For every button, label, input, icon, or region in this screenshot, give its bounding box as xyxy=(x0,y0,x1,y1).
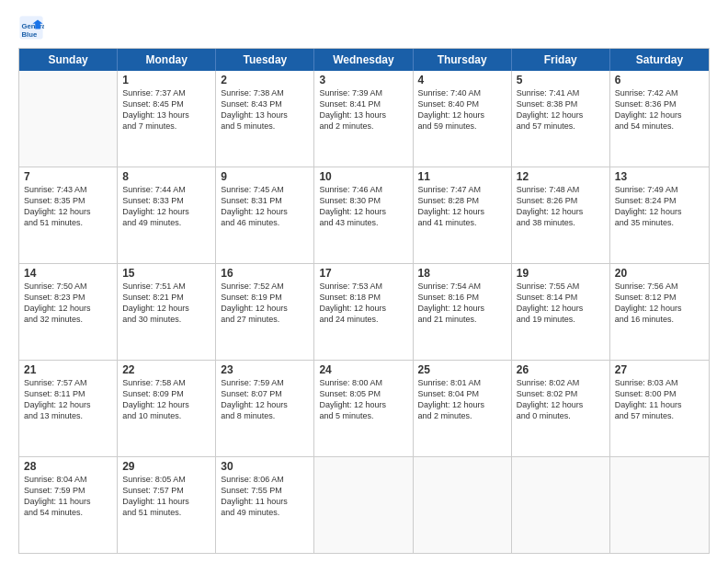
logo-icon: General Blue xyxy=(18,15,44,40)
day-number: 23 xyxy=(221,363,309,376)
cal-cell-3-1: 22Sunrise: 7:58 AM Sunset: 8:09 PM Dayli… xyxy=(118,361,216,456)
day-number: 21 xyxy=(24,363,112,376)
day-info: Sunrise: 7:38 AM Sunset: 8:43 PM Dayligh… xyxy=(221,87,309,132)
day-info: Sunrise: 8:00 AM Sunset: 8:05 PM Dayligh… xyxy=(319,377,407,422)
day-number: 26 xyxy=(517,363,605,376)
day-number: 15 xyxy=(122,267,210,280)
cal-cell-1-3: 10Sunrise: 7:46 AM Sunset: 8:30 PM Dayli… xyxy=(314,167,413,263)
cal-cell-0-6: 6Sunrise: 7:42 AM Sunset: 8:36 PM Daylig… xyxy=(610,71,709,167)
calendar-header: Sunday Monday Tuesday Wednesday Thursday… xyxy=(19,49,709,71)
cal-cell-0-1: 1Sunrise: 7:37 AM Sunset: 8:45 PM Daylig… xyxy=(118,71,216,167)
week-row-5: 28Sunrise: 8:04 AM Sunset: 7:59 PM Dayli… xyxy=(19,456,709,553)
cal-cell-3-4: 25Sunrise: 8:01 AM Sunset: 8:04 PM Dayli… xyxy=(414,361,512,456)
day-info: Sunrise: 7:49 AM Sunset: 8:24 PM Dayligh… xyxy=(615,184,704,229)
day-info: Sunrise: 7:50 AM Sunset: 8:23 PM Dayligh… xyxy=(24,281,112,326)
cal-cell-4-1: 29Sunrise: 8:05 AM Sunset: 7:57 PM Dayli… xyxy=(118,457,216,553)
day-number: 17 xyxy=(319,267,407,280)
day-info: Sunrise: 8:02 AM Sunset: 8:02 PM Dayligh… xyxy=(517,377,605,422)
cal-cell-3-5: 26Sunrise: 8:02 AM Sunset: 8:02 PM Dayli… xyxy=(512,361,610,456)
svg-text:Blue: Blue xyxy=(22,30,38,39)
header-tuesday: Tuesday xyxy=(216,49,314,71)
day-number: 5 xyxy=(517,74,605,86)
day-info: Sunrise: 7:55 AM Sunset: 8:14 PM Dayligh… xyxy=(517,281,605,326)
day-number: 20 xyxy=(615,267,704,280)
week-row-2: 7Sunrise: 7:43 AM Sunset: 8:35 PM Daylig… xyxy=(19,167,709,263)
day-info: Sunrise: 7:48 AM Sunset: 8:26 PM Dayligh… xyxy=(517,184,605,229)
day-number: 14 xyxy=(24,267,112,280)
day-info: Sunrise: 7:59 AM Sunset: 8:07 PM Dayligh… xyxy=(221,377,309,422)
day-info: Sunrise: 7:39 AM Sunset: 8:41 PM Dayligh… xyxy=(319,87,407,132)
day-info: Sunrise: 7:58 AM Sunset: 8:09 PM Dayligh… xyxy=(122,377,210,422)
cal-cell-4-6 xyxy=(610,457,709,553)
cal-cell-1-5: 12Sunrise: 7:48 AM Sunset: 8:26 PM Dayli… xyxy=(512,167,610,263)
cal-cell-4-2: 30Sunrise: 8:06 AM Sunset: 7:55 PM Dayli… xyxy=(216,457,314,553)
day-info: Sunrise: 7:56 AM Sunset: 8:12 PM Dayligh… xyxy=(615,281,704,326)
day-number: 29 xyxy=(122,460,210,473)
cal-cell-0-5: 5Sunrise: 7:41 AM Sunset: 8:38 PM Daylig… xyxy=(512,71,610,167)
cal-cell-4-0: 28Sunrise: 8:04 AM Sunset: 7:59 PM Dayli… xyxy=(19,457,118,553)
day-info: Sunrise: 7:40 AM Sunset: 8:40 PM Dayligh… xyxy=(418,87,506,132)
day-info: Sunrise: 7:45 AM Sunset: 8:31 PM Dayligh… xyxy=(221,184,309,229)
day-number: 16 xyxy=(221,267,309,280)
day-number: 13 xyxy=(615,170,704,183)
week-row-3: 14Sunrise: 7:50 AM Sunset: 8:23 PM Dayli… xyxy=(19,263,709,360)
cal-cell-1-6: 13Sunrise: 7:49 AM Sunset: 8:24 PM Dayli… xyxy=(610,167,709,263)
day-info: Sunrise: 7:51 AM Sunset: 8:21 PM Dayligh… xyxy=(122,281,210,326)
day-number: 9 xyxy=(221,170,309,183)
day-number: 18 xyxy=(418,267,506,280)
day-info: Sunrise: 7:57 AM Sunset: 8:11 PM Dayligh… xyxy=(24,377,112,422)
day-number: 3 xyxy=(319,74,407,86)
day-number: 22 xyxy=(122,363,210,376)
day-number: 24 xyxy=(319,363,407,376)
week-row-1: 1Sunrise: 7:37 AM Sunset: 8:45 PM Daylig… xyxy=(19,71,709,167)
day-number: 11 xyxy=(418,170,506,183)
cal-cell-3-0: 21Sunrise: 7:57 AM Sunset: 8:11 PM Dayli… xyxy=(19,361,118,456)
day-info: Sunrise: 8:06 AM Sunset: 7:55 PM Dayligh… xyxy=(221,474,309,519)
cal-cell-3-2: 23Sunrise: 7:59 AM Sunset: 8:07 PM Dayli… xyxy=(216,361,314,456)
day-number: 12 xyxy=(517,170,605,183)
day-number: 6 xyxy=(615,74,704,86)
day-info: Sunrise: 7:37 AM Sunset: 8:45 PM Dayligh… xyxy=(122,87,210,132)
cal-cell-1-4: 11Sunrise: 7:47 AM Sunset: 8:28 PM Dayli… xyxy=(414,167,512,263)
day-info: Sunrise: 8:03 AM Sunset: 8:00 PM Dayligh… xyxy=(615,377,704,422)
header-wednesday: Wednesday xyxy=(314,49,413,71)
day-number: 28 xyxy=(24,460,112,473)
cal-cell-1-0: 7Sunrise: 7:43 AM Sunset: 8:35 PM Daylig… xyxy=(19,167,118,263)
cal-cell-0-4: 4Sunrise: 7:40 AM Sunset: 8:40 PM Daylig… xyxy=(414,71,512,167)
day-info: Sunrise: 8:05 AM Sunset: 7:57 PM Dayligh… xyxy=(122,474,210,519)
cal-cell-3-3: 24Sunrise: 8:00 AM Sunset: 8:05 PM Dayli… xyxy=(314,361,413,456)
day-number: 25 xyxy=(418,363,506,376)
logo: General Blue xyxy=(18,15,48,40)
day-info: Sunrise: 7:41 AM Sunset: 8:38 PM Dayligh… xyxy=(517,87,605,132)
day-info: Sunrise: 8:01 AM Sunset: 8:04 PM Dayligh… xyxy=(418,377,506,422)
cal-cell-4-4 xyxy=(414,457,512,553)
cal-cell-1-2: 9Sunrise: 7:45 AM Sunset: 8:31 PM Daylig… xyxy=(216,167,314,263)
day-number: 8 xyxy=(122,170,210,183)
cal-cell-3-6: 27Sunrise: 8:03 AM Sunset: 8:00 PM Dayli… xyxy=(610,361,709,456)
day-number: 4 xyxy=(418,74,506,86)
cal-cell-0-3: 3Sunrise: 7:39 AM Sunset: 8:41 PM Daylig… xyxy=(314,71,413,167)
cal-cell-2-6: 20Sunrise: 7:56 AM Sunset: 8:12 PM Dayli… xyxy=(610,264,709,360)
header-monday: Monday xyxy=(118,49,216,71)
day-number: 30 xyxy=(221,460,309,473)
header-thursday: Thursday xyxy=(414,49,512,71)
header-sunday: Sunday xyxy=(19,49,118,71)
day-info: Sunrise: 7:46 AM Sunset: 8:30 PM Dayligh… xyxy=(319,184,407,229)
day-info: Sunrise: 7:44 AM Sunset: 8:33 PM Dayligh… xyxy=(122,184,210,229)
calendar: Sunday Monday Tuesday Wednesday Thursday… xyxy=(18,48,710,554)
day-info: Sunrise: 8:04 AM Sunset: 7:59 PM Dayligh… xyxy=(24,474,112,519)
calendar-body: 1Sunrise: 7:37 AM Sunset: 8:45 PM Daylig… xyxy=(19,71,709,553)
cal-cell-2-4: 18Sunrise: 7:54 AM Sunset: 8:16 PM Dayli… xyxy=(414,264,512,360)
cal-cell-2-5: 19Sunrise: 7:55 AM Sunset: 8:14 PM Dayli… xyxy=(512,264,610,360)
cal-cell-2-3: 17Sunrise: 7:53 AM Sunset: 8:18 PM Dayli… xyxy=(314,264,413,360)
cal-cell-2-2: 16Sunrise: 7:52 AM Sunset: 8:19 PM Dayli… xyxy=(216,264,314,360)
header-saturday: Saturday xyxy=(610,49,709,71)
cal-cell-0-0 xyxy=(19,71,118,167)
day-info: Sunrise: 7:42 AM Sunset: 8:36 PM Dayligh… xyxy=(615,87,704,132)
day-number: 2 xyxy=(221,74,309,86)
day-number: 10 xyxy=(319,170,407,183)
day-number: 27 xyxy=(615,363,704,376)
day-number: 7 xyxy=(24,170,112,183)
cal-cell-1-1: 8Sunrise: 7:44 AM Sunset: 8:33 PM Daylig… xyxy=(118,167,216,263)
header-friday: Friday xyxy=(512,49,610,71)
